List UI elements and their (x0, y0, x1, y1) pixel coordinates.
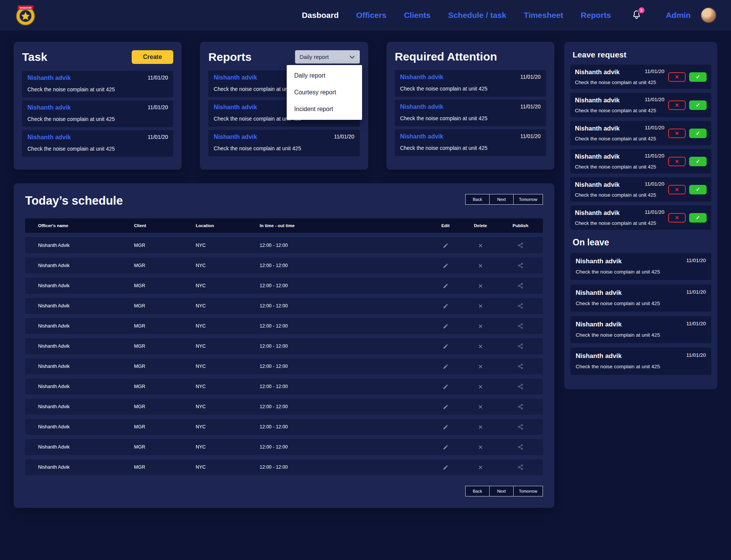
report-type-select[interactable]: Daily report (295, 50, 360, 64)
pencil-icon (443, 243, 448, 248)
reject-leave-button[interactable]: ✕ (668, 100, 686, 110)
nav-item-schedule-task[interactable]: Schedule / task (448, 11, 506, 20)
edit-button[interactable] (443, 424, 448, 430)
primary-navigation: Dasboard Officers Clients Schedule / tas… (302, 11, 611, 20)
admin-avatar[interactable] (701, 7, 717, 23)
edit-button[interactable] (443, 323, 448, 329)
attention-description: Check the noise complain at unit 425 (400, 86, 541, 92)
edit-button[interactable] (443, 364, 448, 369)
edit-button[interactable] (443, 263, 448, 269)
publish-button[interactable] (517, 262, 524, 269)
task-item[interactable]: Nishanth advik 11/01/20 Check the noise … (22, 130, 173, 157)
edit-button[interactable] (443, 444, 448, 450)
delete-button[interactable]: ✕ (478, 404, 483, 410)
schedule-table-body: Nishanth Advik MGR NYC 12:00 - 12:00 (25, 237, 543, 475)
nav-item-officers[interactable]: Officers (356, 11, 386, 20)
publish-button[interactable] (517, 242, 524, 248)
officer-name-link[interactable]: Nishanth advik (27, 134, 71, 141)
publish-button[interactable] (517, 283, 524, 289)
officer-name-link[interactable]: Nishanth advik (27, 104, 71, 111)
publish-button[interactable] (517, 464, 524, 470)
report-type-option[interactable]: Daily report (287, 67, 362, 84)
officer-name-link[interactable]: Nishanth advik (400, 74, 444, 81)
report-date: 11/01/20 (334, 134, 354, 140)
on-leave-item: Nishanth advik 11/01/20 Check the noise … (570, 316, 711, 343)
approve-leave-button[interactable]: ✓ (689, 100, 707, 110)
edit-button[interactable] (443, 303, 448, 309)
nav-item-clients[interactable]: Clients (404, 11, 431, 20)
reject-leave-button[interactable]: ✕ (668, 72, 686, 82)
create-task-button[interactable]: Create (132, 50, 174, 64)
edit-button[interactable] (443, 283, 448, 289)
officer-name-link[interactable]: Nishanth advik (214, 134, 257, 140)
publish-button[interactable] (517, 424, 524, 430)
delete-button[interactable]: ✕ (478, 465, 483, 470)
approve-leave-button[interactable]: ✓ (689, 72, 707, 82)
reject-leave-button[interactable]: ✕ (668, 213, 686, 223)
pager-button[interactable]: Next (489, 194, 514, 205)
column-officer-name: Officer's name (38, 223, 134, 228)
task-item[interactable]: Nishanth advik 11/01/20 Check the noise … (22, 100, 173, 127)
report-type-option[interactable]: Courtesy report (287, 84, 362, 101)
edit-button[interactable] (443, 465, 448, 470)
publish-button[interactable] (517, 363, 524, 369)
officer-name-link[interactable]: Nishanth advik (214, 74, 257, 81)
report-item[interactable]: Nishanth advik 11/01/20 Check the noise … (208, 130, 359, 156)
nav-item-reports[interactable]: Reports (581, 11, 611, 20)
pager-button[interactable]: Back (465, 194, 490, 205)
approve-leave-button[interactable]: ✓ (689, 129, 707, 138)
publish-button[interactable] (517, 404, 524, 410)
delete-button[interactable]: ✕ (478, 263, 483, 269)
delete-button[interactable]: ✕ (478, 323, 483, 329)
delete-button[interactable]: ✕ (478, 283, 483, 289)
publish-button[interactable] (517, 383, 524, 390)
column-edit: Edit (428, 223, 463, 228)
edit-button[interactable] (443, 384, 448, 390)
pager-button[interactable]: Next (489, 486, 514, 496)
delete-button[interactable]: ✕ (478, 344, 483, 349)
report-type-option[interactable]: Incident report (287, 101, 362, 118)
delete-button[interactable]: ✕ (478, 424, 483, 430)
publish-button[interactable] (517, 343, 524, 349)
edit-button[interactable] (443, 344, 448, 349)
required-attention-list: Nishanth advik 11/01/20 Check the noise … (395, 70, 546, 156)
approve-leave-button[interactable]: ✓ (689, 157, 707, 166)
reports-card-title: Reports (208, 51, 251, 64)
cell-officer-name: Nishanth Advik (38, 323, 134, 329)
delete-button[interactable]: ✕ (478, 444, 483, 450)
delete-button[interactable]: ✕ (478, 364, 483, 369)
cell-client: MGR (134, 263, 196, 268)
officer-name-link[interactable]: Nishanth advik (400, 103, 444, 110)
publish-button[interactable] (517, 303, 524, 309)
nav-item-timesheet[interactable]: Timesheet (524, 11, 563, 20)
delete-button[interactable]: ✕ (478, 384, 483, 390)
pager-button[interactable]: Tomorrow (513, 486, 543, 496)
attention-item[interactable]: Nishanth advik 11/01/20 Check the noise … (395, 129, 546, 156)
delete-button[interactable]: ✕ (478, 243, 483, 248)
attention-item[interactable]: Nishanth advik 11/01/20 Check the noise … (395, 100, 546, 126)
pager-button[interactable]: Back (465, 486, 490, 496)
officer-name-link[interactable]: Nishanth advik (214, 104, 257, 111)
reject-leave-button[interactable]: ✕ (668, 157, 686, 166)
nav-item-dashboard[interactable]: Dasboard (302, 11, 339, 20)
delete-button[interactable]: ✕ (478, 303, 483, 309)
pager-button[interactable]: Tomorrow (513, 194, 543, 205)
publish-button[interactable] (517, 323, 524, 329)
approve-leave-button[interactable]: ✓ (689, 185, 707, 194)
approve-leave-button[interactable]: ✓ (689, 213, 707, 223)
reject-leave-button[interactable]: ✕ (668, 185, 686, 194)
edit-button[interactable] (443, 404, 448, 410)
attention-description: Check the noise complain at unit 425 (400, 145, 541, 151)
admin-menu-link[interactable]: Admin (666, 11, 691, 20)
share-icon (517, 444, 524, 450)
attention-item[interactable]: Nishanth advik 11/01/20 Check the noise … (395, 70, 546, 97)
app-logo[interactable]: SHADOW (14, 4, 37, 26)
edit-button[interactable] (443, 243, 448, 248)
notifications-button[interactable]: 3 (632, 10, 642, 21)
reject-leave-button[interactable]: ✕ (668, 129, 686, 138)
officer-name-link[interactable]: Nishanth advik (27, 75, 71, 81)
officer-name-link[interactable]: Nishanth advik (400, 133, 444, 140)
task-item[interactable]: Nishanth advik 11/01/20 Check the noise … (22, 71, 173, 97)
pencil-icon (443, 344, 448, 349)
publish-button[interactable] (517, 444, 524, 450)
